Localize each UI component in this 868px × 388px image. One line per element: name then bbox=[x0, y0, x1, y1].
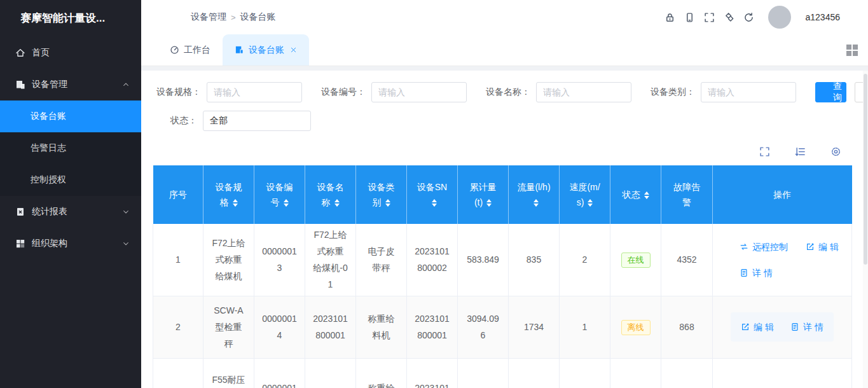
status-select[interactable]: 全部 bbox=[203, 111, 311, 131]
tab-options-button[interactable] bbox=[846, 45, 858, 56]
edit-link[interactable]: 编 辑 bbox=[806, 239, 839, 255]
sidebar-item-label: 首页 bbox=[32, 47, 50, 59]
column-header[interactable]: 设备规格 bbox=[203, 165, 254, 224]
search-icon bbox=[820, 88, 829, 97]
detail-icon bbox=[790, 322, 799, 331]
sidebar-item-stats-report[interactable]: 统计报表 bbox=[0, 196, 141, 228]
table-cell: 称重给料机 bbox=[356, 358, 407, 388]
expand-icon[interactable] bbox=[759, 146, 770, 157]
main-area: 设备管理 > 设备台账 a123456 工作台设备台账 设备规格：设备编号：设备… bbox=[141, 0, 868, 388]
remote-control-link[interactable]: 远程控制 bbox=[740, 239, 788, 255]
table-cell: 编 辑详 情 bbox=[713, 296, 852, 358]
name-input[interactable] bbox=[536, 82, 631, 102]
column-header: 序号 bbox=[153, 165, 203, 224]
chevron-down-icon bbox=[296, 117, 304, 125]
column-header[interactable]: 设备名称 bbox=[305, 165, 356, 224]
sort-caret-icon[interactable] bbox=[334, 199, 340, 207]
sidebar: 赛摩智能计量设... 首页设备管理设备台账告警日志控制授权统计报表组织架构 bbox=[0, 0, 141, 388]
column-header[interactable]: 设备编号 bbox=[254, 165, 305, 224]
fullscreen-icon[interactable] bbox=[704, 12, 715, 23]
column-label: 故障告警 bbox=[673, 182, 700, 207]
dashboard-icon bbox=[170, 45, 179, 55]
table-cell: 5848.6 bbox=[458, 358, 509, 388]
sort-caret-icon[interactable] bbox=[284, 199, 289, 207]
topbar: 设备管理 > 设备台账 a123456 bbox=[141, 0, 868, 34]
column-header[interactable]: 流量(l/h) bbox=[509, 165, 560, 224]
table-cell: 2023101800003 bbox=[407, 358, 458, 388]
column-header[interactable]: 设备类别 bbox=[356, 165, 407, 224]
sort-caret-icon[interactable] bbox=[534, 199, 539, 207]
lock-icon[interactable] bbox=[665, 12, 675, 23]
tags-icon[interactable] bbox=[724, 12, 734, 23]
column-header: 故障告警 bbox=[661, 165, 713, 224]
table-cell bbox=[661, 358, 713, 388]
column-header[interactable]: 状态 bbox=[610, 165, 661, 224]
detail-link[interactable]: 详 情 bbox=[790, 319, 823, 335]
sort-caret-icon[interactable] bbox=[588, 199, 593, 207]
column-header[interactable]: 速度(m/s) bbox=[560, 165, 610, 224]
sort-caret-icon[interactable] bbox=[233, 199, 238, 207]
table-cell bbox=[610, 358, 661, 388]
sidebar-item-alarm-log[interactable]: 告警日志 bbox=[0, 132, 141, 164]
tab-workbench[interactable]: 工作台 bbox=[158, 34, 223, 66]
sort-caret-icon[interactable] bbox=[486, 199, 492, 207]
column-header[interactable]: 累计量(t) bbox=[458, 165, 509, 224]
table-row: 2SCW-A型检重秤000000142023101800001称重给料机2023… bbox=[153, 296, 852, 358]
gear-icon[interactable] bbox=[830, 146, 841, 157]
sidebar-item-control-auth[interactable]: 控制授权 bbox=[0, 164, 141, 196]
table-cell: 1734 bbox=[509, 296, 560, 358]
sort-caret-icon[interactable] bbox=[432, 199, 437, 207]
column-label: 序号 bbox=[169, 190, 187, 200]
sort-caret-icon[interactable] bbox=[385, 199, 390, 207]
menu-fold-icon[interactable] bbox=[154, 11, 165, 23]
spec-input[interactable] bbox=[207, 82, 302, 102]
table-cell: 4352 bbox=[661, 224, 713, 296]
category-input[interactable] bbox=[701, 82, 796, 102]
edit-link[interactable]: 编 辑 bbox=[741, 319, 774, 335]
sidebar-item-device-mgmt[interactable]: 设备管理 bbox=[0, 69, 141, 100]
detail-icon bbox=[740, 268, 748, 277]
mobile-icon[interactable] bbox=[684, 12, 695, 23]
tabbar: 工作台设备台账 bbox=[141, 34, 868, 66]
breadcrumb-parent[interactable]: 设备管理 bbox=[191, 11, 226, 23]
status-select-value: 全部 bbox=[210, 115, 228, 127]
table-cell: 583.849 bbox=[458, 224, 509, 296]
tab-device-ledger[interactable]: 设备台账 bbox=[223, 34, 309, 66]
filter-label: 设备名称： bbox=[486, 87, 530, 98]
code-input[interactable] bbox=[371, 82, 467, 102]
table-row: 1F72上给式称重给煤机00000013F72上给式称重给煤机-01电子皮带秤2… bbox=[153, 224, 852, 296]
sidebar-item-home[interactable]: 首页 bbox=[0, 37, 141, 69]
edit-icon bbox=[741, 322, 750, 331]
column-header[interactable]: 设备SN bbox=[407, 165, 458, 224]
sidebar-item-org-structure[interactable]: 组织架构 bbox=[0, 228, 141, 260]
column-label: 设备编号 bbox=[266, 182, 293, 207]
device-icon bbox=[177, 13, 186, 22]
sidebar-item-device-ledger[interactable]: 设备台账 bbox=[0, 100, 141, 132]
filter-label: 设备编号： bbox=[321, 87, 366, 98]
avatar[interactable] bbox=[768, 6, 791, 29]
detail-link[interactable]: 详 情 bbox=[740, 265, 773, 281]
close-icon[interactable] bbox=[290, 46, 297, 53]
refresh-icon[interactable] bbox=[743, 12, 754, 23]
org-icon bbox=[15, 239, 25, 249]
scrollbar[interactable] bbox=[863, 71, 868, 388]
scrollbar-thumb[interactable] bbox=[864, 74, 867, 265]
search-button[interactable]: 查 询 bbox=[815, 82, 846, 102]
status-badge: 离线 bbox=[621, 320, 651, 335]
table-cell: 离线 bbox=[610, 296, 661, 358]
column-label: 速度(m/s) bbox=[569, 182, 600, 207]
table-row: 3F55耐压式称重给煤机00000015ds-111称重给料机202310180… bbox=[153, 358, 852, 388]
column-label: 操作 bbox=[773, 190, 791, 200]
breadcrumb: 设备管理 > 设备台账 bbox=[177, 11, 276, 23]
topbar-actions: a123456 bbox=[665, 6, 857, 29]
username[interactable]: a123456 bbox=[805, 12, 840, 22]
table-cell bbox=[713, 358, 852, 388]
table-cell: 835 bbox=[509, 224, 560, 296]
density-icon[interactable] bbox=[795, 146, 806, 157]
chevron-down-icon[interactable] bbox=[849, 13, 857, 21]
breadcrumb-separator: > bbox=[231, 13, 236, 22]
table-cell: 3094.096 bbox=[458, 296, 509, 358]
sidebar-item-label: 设备台账 bbox=[31, 111, 66, 122]
filter-label: 设备类别： bbox=[651, 87, 695, 98]
sort-caret-icon[interactable] bbox=[644, 191, 649, 199]
